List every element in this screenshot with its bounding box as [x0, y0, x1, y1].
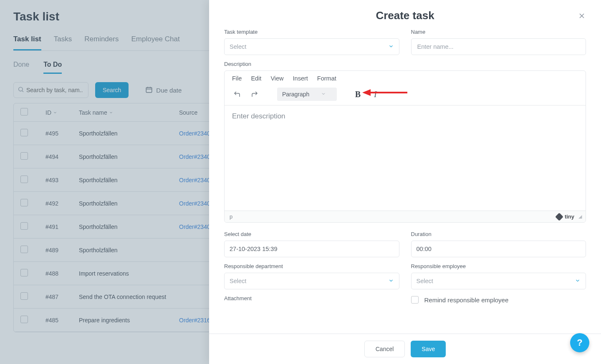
- undo-button[interactable]: [230, 88, 244, 101]
- tab-task-list[interactable]: Task list: [13, 35, 41, 50]
- row-name: Prepare ingredients: [79, 317, 179, 324]
- rte-element-path: p: [230, 213, 232, 220]
- svg-rect-2: [146, 87, 152, 92]
- row-id: #494: [45, 153, 79, 160]
- select-placeholder: Select: [230, 278, 246, 284]
- tab-done[interactable]: Done: [13, 61, 29, 74]
- row-name: Sportholzfällen: [79, 130, 179, 137]
- rte-content[interactable]: Enter description: [225, 105, 586, 211]
- italic-icon: I: [374, 90, 377, 99]
- row-id: #487: [45, 294, 79, 300]
- duration-label: Duration: [411, 231, 586, 237]
- panel-title: Create task: [224, 9, 586, 22]
- create-task-panel: Create task Task template Select Name De…: [209, 0, 601, 364]
- chevron-down-icon: [321, 91, 326, 98]
- name-input[interactable]: [417, 39, 581, 55]
- chevron-down-icon: [388, 43, 394, 50]
- tab-tasks[interactable]: Tasks: [54, 35, 72, 50]
- help-icon: ?: [577, 337, 582, 348]
- row-checkbox[interactable]: [20, 176, 28, 183]
- bold-button[interactable]: B: [351, 88, 364, 101]
- row-name: Sportholzfällen: [79, 200, 179, 207]
- row-id: #493: [45, 177, 79, 183]
- name-label: Name: [411, 29, 586, 35]
- resize-handle-icon[interactable]: ◢: [578, 214, 581, 219]
- row-name: Sportholzfällen: [79, 223, 179, 230]
- row-checkbox[interactable]: [20, 152, 28, 160]
- tiny-logo-icon: [555, 213, 563, 221]
- rte-menu-view[interactable]: View: [270, 75, 283, 82]
- search-icon: [18, 86, 24, 94]
- duration-input[interactable]: 00:00: [411, 241, 586, 257]
- close-button[interactable]: [578, 12, 586, 21]
- row-id: #491: [45, 223, 79, 230]
- tiny-brand-badge: tiny: [556, 213, 574, 220]
- remind-label: Remind responsible employee: [424, 296, 509, 304]
- select-date-label: Select date: [224, 231, 399, 237]
- format-select-value: Paragraph: [282, 91, 309, 98]
- row-id: #492: [45, 200, 79, 207]
- block-format-select[interactable]: Paragraph: [277, 88, 337, 101]
- caret-down-icon: [53, 110, 57, 115]
- save-button[interactable]: Save: [411, 341, 446, 357]
- cancel-button[interactable]: Cancel: [364, 341, 405, 357]
- tab-todo[interactable]: To Do: [43, 61, 62, 74]
- remind-checkbox[interactable]: [411, 296, 419, 304]
- dept-select[interactable]: Select: [224, 273, 399, 289]
- task-template-label: Task template: [224, 29, 399, 35]
- calendar-icon: [145, 86, 153, 95]
- panel-header: Create task: [209, 0, 601, 25]
- task-template-select[interactable]: Select: [224, 38, 399, 55]
- row-checkbox[interactable]: [20, 199, 28, 206]
- row-checkbox[interactable]: [20, 246, 28, 253]
- chevron-down-icon: [575, 278, 581, 285]
- column-task-name[interactable]: Task name: [79, 109, 179, 116]
- row-checkbox[interactable]: [20, 129, 28, 136]
- panel-body: Task template Select Name Description Fi…: [209, 25, 601, 334]
- rte-menu-format[interactable]: Format: [317, 75, 336, 82]
- search-button[interactable]: Search: [95, 82, 129, 98]
- tab-employee-chat[interactable]: Employee Chat: [131, 35, 179, 50]
- dept-label: Responsible department: [224, 263, 399, 269]
- rte-menubar: File Edit View Insert Format: [225, 71, 586, 84]
- panel-footer: Cancel Save: [209, 334, 601, 364]
- svg-point-0: [19, 87, 23, 91]
- row-checkbox[interactable]: [20, 222, 28, 230]
- search-input[interactable]: [13, 82, 88, 98]
- row-checkbox[interactable]: [20, 269, 28, 276]
- duration-value: 00:00: [417, 246, 432, 252]
- row-name: Import reservations: [79, 270, 179, 277]
- rte-toolbar: Paragraph B I: [225, 84, 586, 105]
- redo-button[interactable]: [248, 88, 261, 101]
- rte-menu-edit[interactable]: Edit: [251, 75, 261, 82]
- employee-select[interactable]: Select: [411, 273, 586, 289]
- select-all-checkbox[interactable]: [20, 108, 28, 115]
- rte-menu-insert[interactable]: Insert: [293, 75, 308, 82]
- due-date-label: Due date: [156, 87, 182, 94]
- tab-reminders[interactable]: Reminders: [84, 35, 119, 50]
- row-name: Sportholzfällen: [79, 177, 179, 183]
- italic-button[interactable]: I: [369, 88, 382, 101]
- row-checkbox[interactable]: [20, 292, 28, 300]
- rich-text-editor: File Edit View Insert Format Paragraph: [224, 70, 586, 223]
- row-checkbox[interactable]: [20, 316, 28, 323]
- caret-down-icon: [109, 110, 113, 115]
- employee-label: Responsible employee: [411, 263, 586, 269]
- select-placeholder: Select: [417, 278, 433, 284]
- name-input-wrapper: [411, 38, 586, 55]
- row-id: #489: [45, 247, 79, 254]
- close-icon: [578, 12, 586, 20]
- description-label: Description: [224, 61, 586, 67]
- bold-icon: B: [355, 90, 361, 99]
- redo-icon: [251, 90, 258, 98]
- column-id[interactable]: ID: [45, 109, 79, 116]
- due-date-filter[interactable]: Due date: [145, 86, 182, 95]
- row-id: #488: [45, 270, 79, 277]
- row-name: Send the OTA connection request: [79, 294, 179, 300]
- rte-menu-file[interactable]: File: [232, 75, 242, 82]
- row-name: Sportholzfällen: [79, 153, 179, 160]
- select-date-input[interactable]: 27-10-2023 15:39: [224, 241, 399, 257]
- help-fab[interactable]: ?: [570, 333, 589, 352]
- rte-statusbar: p tiny ◢: [225, 211, 586, 222]
- svg-line-1: [22, 91, 23, 92]
